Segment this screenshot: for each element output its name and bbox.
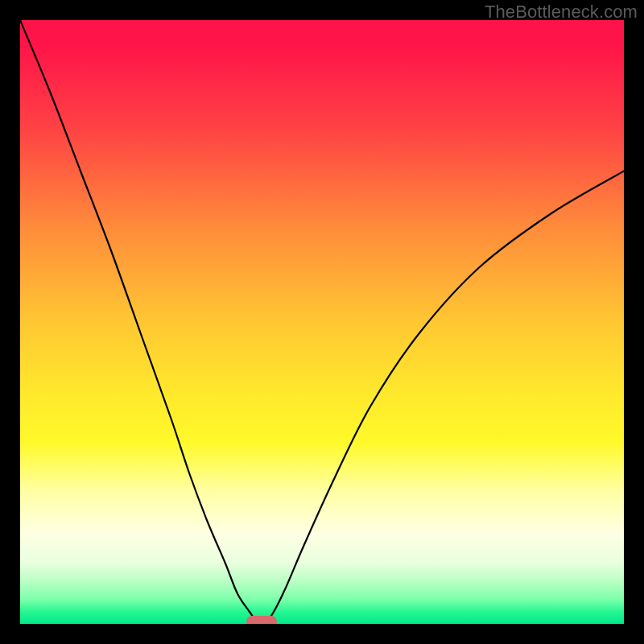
plot-area bbox=[20, 20, 624, 624]
bottleneck-curve-path bbox=[20, 20, 624, 624]
curve-svg bbox=[20, 20, 624, 624]
optimal-marker bbox=[246, 616, 277, 624]
chart-frame: TheBottleneck.com bbox=[0, 0, 644, 644]
